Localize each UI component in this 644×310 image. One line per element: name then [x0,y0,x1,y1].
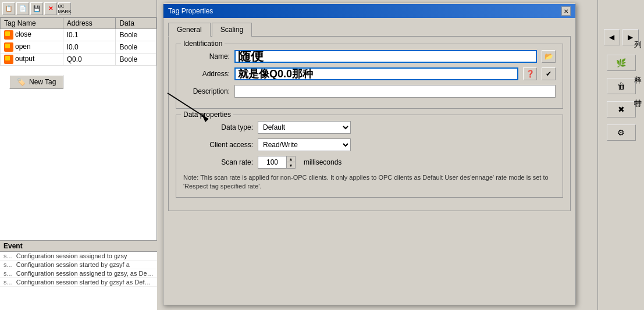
list-item: s... Configuration session assigned to g… [0,252,157,261]
tag-properties-dialog: Tag Properties ✕ General Scaling Identif… [163,3,576,305]
list-item: s... Configuration session started by gz… [0,261,157,269]
desc-label: Description: [183,87,230,95]
client-access-label: Client access: [183,141,253,149]
nav-right-button[interactable]: ▶ [622,29,639,45]
folder-icon: 📂 [545,52,553,60]
help-icon: ❓ [526,70,535,78]
table-row[interactable]: close I0.1 Boole [1,29,156,41]
new-tag-label: New Tag [29,78,56,86]
settings-button[interactable]: ⚙ [607,124,636,141]
list-item: s... Configuration session started by gz… [0,278,157,287]
col-tagname: Tag Name [1,18,63,29]
address-help-button[interactable]: ❓ [523,67,537,80]
scan-rate-label: Scan rate: [183,158,253,166]
nav-button-group: ◀ ▶ [604,29,639,45]
tab-scaling[interactable]: Scaling [212,23,252,37]
data-type-select[interactable]: Default Boolean Byte Word Integer Float [258,121,351,134]
scan-rate-unit: milliseconds [304,158,341,166]
toolbar-btn-new[interactable]: 📄 [16,2,29,15]
dialog-title: Tag Properties [168,7,213,15]
desc-input[interactable] [234,85,556,98]
copy-item-button[interactable]: 🗑 [607,78,636,94]
address-row: Address: ❓ ✔ [183,67,556,80]
toolbar-btn-bc[interactable]: BCMARK [58,2,71,15]
tab-bar: General Scaling [168,23,571,37]
settings-icon: ⚙ [617,128,625,137]
client-access-row: Client access: Read/Write Read Only [183,138,556,151]
table-row[interactable]: output Q0.0 Boole [1,54,156,66]
address-label: Address: [183,70,230,78]
dialog-titlebar: Tag Properties ✕ [163,4,575,18]
scan-rate-down-button[interactable]: ▼ [287,162,295,168]
col-data: Data [116,18,156,29]
event-log-title: Event [0,241,157,252]
delete-icon: ✖ [618,105,625,114]
tab-content-general: Identification Name: 📂 Address: [168,36,571,211]
new-item-button[interactable]: 🌿 [607,55,636,71]
address-check-button[interactable]: ✔ [542,67,556,80]
data-type-row: Data type: Default Boolean Byte Word Int… [183,121,556,134]
data-properties-section: Data properties Data type: Default Boole… [176,115,563,198]
table-row[interactable]: open I0.0 Boole [1,41,156,54]
toolbar-btn-copy[interactable]: 📋 [2,2,15,15]
col-address: Address [63,18,116,29]
identification-title: Identification [181,40,225,48]
scan-rate-input[interactable] [258,156,287,169]
delete-item-button[interactable]: ✖ [607,101,636,117]
check-icon: ✔ [546,70,552,78]
event-log: Event s... Configuration session assigne… [0,240,157,310]
toolbar-btn-save[interactable]: 💾 [30,2,43,15]
name-browse-button[interactable]: 📂 [542,50,556,63]
tag-table: Tag Name Address Data close I0.1 Boole o… [0,17,156,66]
data-properties-title: Data properties [181,111,233,119]
dialog-close-button[interactable]: ✕ [561,6,571,16]
app-background: 📋 📄 💾 ✕ BCMARK Tag Name Address Data clo… [0,0,644,310]
toolbar-btn-close[interactable]: ✕ [44,2,57,15]
address-input[interactable] [234,67,518,80]
scan-rate-row: Scan rate: ▲ ▼ milliseconds [183,156,556,169]
data-type-label: Data type: [183,123,253,131]
name-input[interactable] [234,50,537,63]
scan-rate-spinbox[interactable]: ▲ ▼ [258,156,296,169]
client-access-select[interactable]: Read/Write Read Only [258,138,351,151]
copy-icon: 🗑 [617,81,625,91]
new-item-icon: 🌿 [616,58,626,67]
nav-left-button[interactable]: ◀ [604,29,620,45]
new-tag-icon: 🏷️ [17,78,26,86]
identification-section: Identification Name: 📂 Address: [176,44,563,109]
toolbar: 📋 📄 💾 ✕ BCMARK [0,0,156,17]
right-panel: 列 释 甘特 ◀ ▶ 🌿 🗑 ✖ ⚙ [597,0,644,310]
note-text: Note: This scan rate is applied for non-… [183,173,556,191]
dialog-body: General Scaling Identification Name: � [163,18,575,216]
left-panel: 📋 📄 💾 ✕ BCMARK Tag Name Address Data clo… [0,0,157,310]
tab-general[interactable]: General [168,23,211,37]
close-icon: ✕ [564,8,568,15]
new-tag-button[interactable]: 🏷️ New Tag [9,75,63,89]
scan-rate-up-button[interactable]: ▲ [287,156,295,162]
desc-row: Description: [183,85,556,98]
list-item: s... Configuration session assigned to g… [0,269,157,278]
name-label: Name: [183,52,230,60]
name-row: Name: 📂 [183,50,556,63]
